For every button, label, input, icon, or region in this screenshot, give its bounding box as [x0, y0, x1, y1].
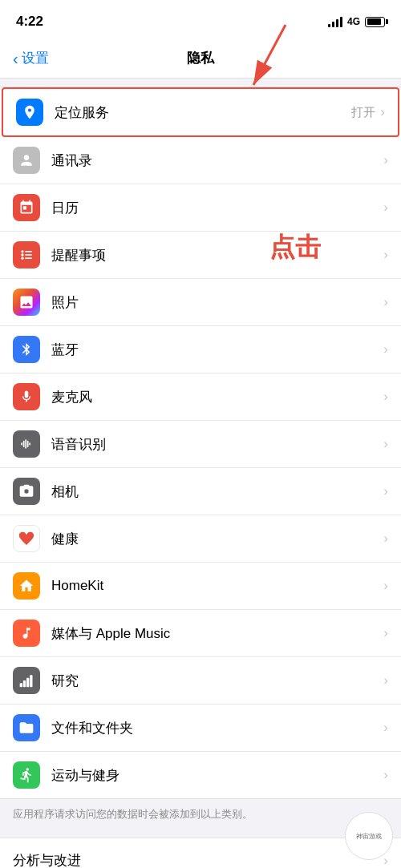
microphone-icon — [13, 383, 40, 410]
chevron-icon: › — [383, 578, 388, 594]
photos-icon — [13, 289, 40, 316]
research-icon — [13, 667, 40, 694]
microphone-label: 麦克风 — [51, 388, 383, 406]
chevron-icon: › — [383, 767, 388, 783]
back-chevron-icon: ‹ — [13, 50, 18, 67]
speech-icon — [13, 430, 40, 458]
svg-rect-8 — [21, 442, 22, 445]
media-music-label: 媒体与 Apple Music — [51, 624, 383, 643]
svg-point-2 — [21, 250, 23, 252]
files-icon — [13, 714, 40, 741]
camera-item[interactable]: 相机 › — [0, 468, 401, 515]
calendar-icon — [13, 194, 40, 221]
microphone-item[interactable]: 麦克风 › — [0, 373, 401, 421]
research-label: 研究 — [51, 672, 383, 690]
reminders-item[interactable]: 提醒事项 › — [0, 232, 401, 279]
photos-right: › — [383, 294, 388, 310]
analytics-right: › — [383, 853, 388, 869]
photos-item[interactable]: 照片 › — [0, 279, 401, 326]
battery-icon — [365, 17, 385, 27]
page-title: 隐私 — [187, 49, 214, 67]
bluetooth-label: 蓝牙 — [51, 341, 383, 359]
files-label: 文件和文件夹 — [51, 719, 383, 737]
chevron-icon: › — [383, 483, 388, 499]
calendar-right: › — [383, 200, 388, 216]
settings-list: 定位服务 打开 › 通讯录 › — [0, 87, 401, 799]
chevron-icon: › — [383, 200, 388, 216]
media-music-item[interactable]: 媒体与 Apple Music › — [0, 610, 401, 657]
music-icon — [13, 620, 40, 647]
analytics-label: 分析与改进 — [13, 851, 383, 868]
svg-point-4 — [21, 257, 23, 260]
camera-icon — [13, 478, 40, 505]
location-status-text: 打开 — [351, 105, 375, 120]
svg-rect-11 — [27, 441, 29, 447]
health-item[interactable]: 健康 › — [0, 515, 401, 563]
chevron-icon: › — [383, 341, 388, 357]
svg-rect-14 — [23, 680, 26, 687]
back-label: 设置 — [22, 49, 49, 67]
files-item[interactable]: 文件和文件夹 › — [0, 704, 401, 752]
footer-note: 应用程序请求访问您的数据时会被添加到以上类别。 — [0, 799, 401, 830]
contacts-icon — [13, 147, 40, 174]
speech-item[interactable]: 语音识别 › — [0, 421, 401, 468]
homekit-right: › — [383, 578, 388, 594]
chevron-icon: › — [380, 104, 385, 120]
calendar-label: 日历 — [51, 199, 383, 217]
speech-right: › — [383, 436, 388, 452]
svg-rect-7 — [25, 257, 31, 259]
research-item[interactable]: 研究 › — [0, 657, 401, 704]
camera-right: › — [383, 483, 388, 499]
network-type: 4G — [347, 16, 360, 27]
fitness-icon — [13, 761, 40, 789]
svg-rect-6 — [25, 254, 31, 256]
health-label: 健康 — [51, 530, 383, 548]
bluetooth-icon — [13, 336, 40, 363]
contacts-item[interactable]: 通讯录 › — [0, 137, 401, 184]
back-button[interactable]: ‹ 设置 — [13, 49, 49, 67]
location-icon — [16, 99, 43, 126]
health-icon — [13, 525, 40, 552]
chevron-icon: › — [383, 294, 388, 310]
contacts-label: 通讯录 — [51, 151, 383, 170]
nav-bar: ‹ 设置 隐私 — [0, 38, 401, 79]
watermark: 神宙游戏 — [345, 812, 393, 860]
media-music-right: › — [383, 625, 388, 641]
svg-rect-10 — [25, 439, 26, 449]
chevron-icon: › — [383, 531, 388, 547]
chevron-icon: › — [383, 625, 388, 641]
calendar-item[interactable]: 日历 › — [0, 184, 401, 232]
svg-rect-9 — [23, 441, 25, 447]
status-bar: 4:22 4G — [0, 0, 401, 38]
location-services-item[interactable]: 定位服务 打开 › — [2, 87, 399, 137]
chevron-icon: › — [383, 152, 388, 168]
chevron-icon: › — [383, 389, 388, 405]
status-time: 4:22 — [16, 14, 43, 30]
files-right: › — [383, 720, 388, 736]
chevron-icon: › — [383, 436, 388, 452]
photos-label: 照片 — [51, 293, 383, 312]
speech-label: 语音识别 — [51, 435, 383, 454]
chevron-icon: › — [383, 853, 388, 869]
camera-label: 相机 — [51, 482, 383, 501]
microphone-right: › — [383, 389, 388, 405]
reminders-right: › — [383, 247, 388, 263]
svg-rect-5 — [25, 251, 31, 252]
svg-rect-16 — [30, 675, 32, 687]
chevron-icon: › — [383, 247, 388, 263]
fitness-item[interactable]: 运动与健身 › — [0, 752, 401, 798]
bottom-section: 分析与改进 › 广告 › — [0, 838, 401, 868]
health-right: › — [383, 531, 388, 547]
bluetooth-item[interactable]: 蓝牙 › — [0, 326, 401, 373]
svg-rect-13 — [20, 683, 22, 687]
signal-icon — [328, 16, 342, 27]
chevron-icon: › — [383, 720, 388, 736]
bluetooth-right: › — [383, 341, 388, 357]
reminders-icon — [13, 241, 40, 268]
analytics-item[interactable]: 分析与改进 › — [0, 838, 401, 868]
chevron-icon: › — [383, 672, 388, 688]
location-label: 定位服务 — [55, 103, 351, 122]
homekit-item[interactable]: HomeKit › — [0, 563, 401, 610]
contacts-right: › — [383, 152, 388, 168]
svg-rect-15 — [26, 678, 29, 688]
